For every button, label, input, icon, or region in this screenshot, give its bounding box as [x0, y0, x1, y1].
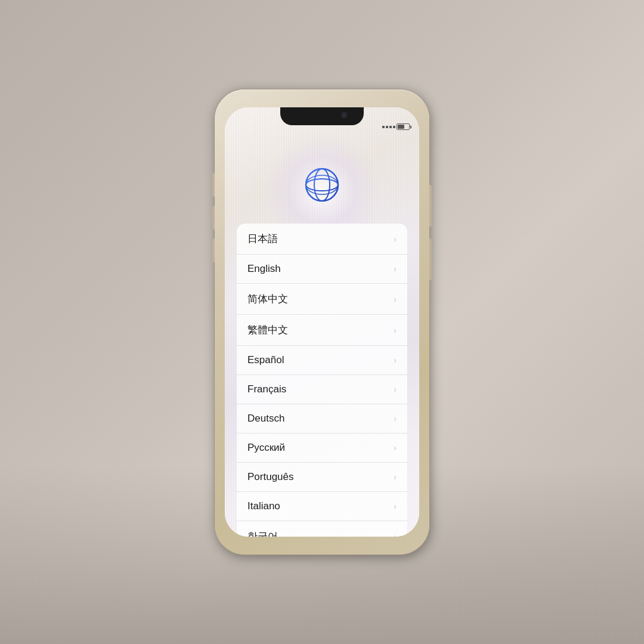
language-item-korean[interactable]: 한국어›: [237, 521, 407, 537]
language-label-english: English: [247, 263, 281, 275]
language-item-spanish[interactable]: Español›: [237, 346, 407, 375]
battery-fill: [398, 125, 404, 129]
battery-outline: [397, 123, 410, 130]
battery-dot-2: [386, 126, 388, 128]
chevron-icon-spanish: ›: [394, 355, 397, 365]
language-label-italian: Italiano: [247, 500, 280, 512]
chevron-icon-german: ›: [394, 414, 397, 423]
language-item-portuguese[interactable]: Português›: [237, 463, 407, 492]
language-item-italian[interactable]: Italiano›: [237, 492, 407, 521]
chevron-icon-english: ›: [394, 264, 397, 274]
language-item-japanese[interactable]: 日本語›: [237, 224, 407, 255]
chevron-icon-korean: ›: [394, 532, 397, 537]
chevron-icon-portuguese: ›: [394, 472, 397, 482]
battery-dot-1: [382, 126, 385, 128]
language-item-traditional-chinese[interactable]: 繁體中文›: [237, 315, 407, 346]
language-item-russian[interactable]: Русский›: [237, 434, 407, 463]
language-label-portuguese: Português: [247, 471, 294, 483]
language-label-spanish: Español: [247, 354, 284, 366]
globe-icon: [304, 167, 340, 203]
chevron-icon-traditional-chinese: ›: [394, 326, 397, 335]
language-label-simplified-chinese: 简体中文: [247, 292, 288, 306]
battery-dot-3: [389, 126, 392, 128]
language-item-french[interactable]: Français›: [237, 375, 407, 404]
language-label-japanese: 日本語: [247, 232, 278, 246]
language-label-french: Français: [247, 383, 286, 395]
battery-dot-4: [393, 126, 395, 128]
chevron-icon-simplified-chinese: ›: [394, 295, 397, 304]
language-label-traditional-chinese: 繁體中文: [247, 323, 288, 337]
language-item-english[interactable]: English›: [237, 255, 407, 284]
phone-screen: 日本語›English›简体中文›繁體中文›Español›Français›D…: [225, 107, 419, 537]
globe-container: [304, 167, 340, 205]
language-label-german: Deutsch: [247, 413, 284, 425]
language-label-russian: Русский: [247, 442, 285, 454]
language-label-korean: 한국어: [247, 530, 278, 537]
phone-notch: [280, 107, 364, 125]
language-item-simplified-chinese[interactable]: 简体中文›: [237, 284, 407, 315]
chevron-icon-russian: ›: [394, 443, 397, 453]
chevron-icon-japanese: ›: [394, 234, 397, 244]
battery-indicator: [382, 123, 410, 130]
chevron-icon-french: ›: [394, 385, 397, 394]
language-list: 日本語›English›简体中文›繁體中文›Español›Français›D…: [237, 224, 407, 537]
language-item-german[interactable]: Deutsch›: [237, 404, 407, 434]
photo-background: 日本語›English›简体中文›繁體中文›Español›Français›D…: [0, 0, 644, 644]
battery-dots: [382, 126, 395, 128]
chevron-icon-italian: ›: [394, 501, 397, 511]
phone-device: 日本語›English›简体中文›繁體中文›Español›Français›D…: [215, 89, 429, 555]
